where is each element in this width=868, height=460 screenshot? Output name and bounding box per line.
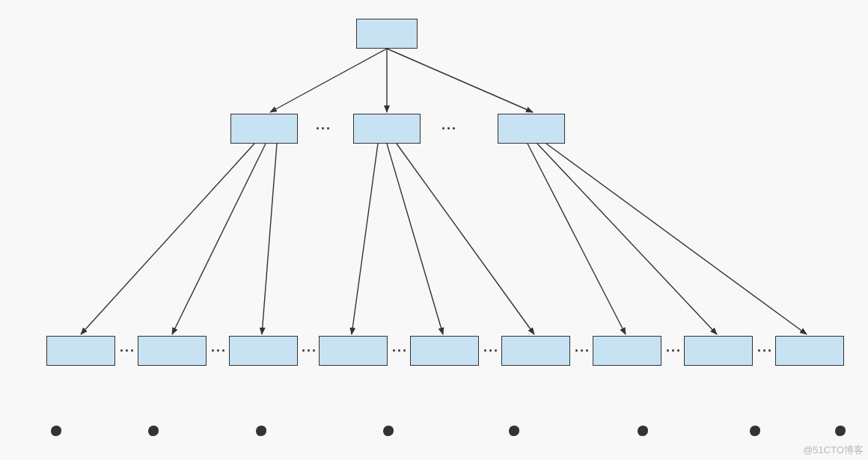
ellipsis-label: ··· [483, 343, 499, 359]
svg-line-8 [397, 144, 534, 334]
continuation-dot [383, 426, 394, 436]
tree-level1-node [230, 114, 298, 144]
tree-leaf-node [410, 336, 479, 366]
continuation-dot [750, 426, 760, 436]
continuation-dot [148, 426, 159, 436]
ellipsis-label: ··· [441, 121, 457, 137]
ellipsis-label: ··· [575, 343, 590, 359]
ellipsis-label: ··· [120, 343, 135, 359]
tree-leaf-node [229, 336, 298, 366]
svg-line-10 [537, 144, 717, 334]
ellipsis-label: ··· [316, 121, 331, 137]
tree-leaf-node [775, 336, 844, 366]
tree-root-node [356, 19, 418, 49]
continuation-dot [509, 426, 519, 436]
tree-leaf-node [501, 336, 570, 366]
svg-line-0 [270, 49, 387, 112]
continuation-dot [835, 426, 846, 436]
tree-leaf-node [138, 336, 207, 366]
svg-line-6 [352, 144, 378, 334]
watermark-text: @51CTO博客 [803, 444, 864, 457]
tree-leaf-node [593, 336, 661, 366]
ellipsis-label: ··· [757, 343, 773, 359]
continuation-dot [256, 426, 266, 436]
tree-level1-node [498, 114, 565, 144]
tree-edges [0, 0, 868, 460]
svg-line-2 [387, 49, 533, 112]
tree-leaf-node [684, 336, 753, 366]
tree-level1-node [353, 114, 421, 144]
svg-line-3 [81, 144, 254, 334]
svg-line-4 [172, 144, 266, 334]
svg-line-11 [546, 144, 807, 334]
ellipsis-label: ··· [392, 343, 408, 359]
continuation-dot [51, 426, 61, 436]
ellipsis-label: ··· [302, 343, 317, 359]
svg-line-7 [387, 144, 443, 334]
tree-leaf-node [319, 336, 388, 366]
continuation-dot [638, 426, 648, 436]
svg-line-5 [262, 144, 277, 334]
ellipsis-label: ··· [211, 343, 227, 359]
ellipsis-label: ··· [666, 343, 682, 359]
tree-leaf-node [46, 336, 115, 366]
svg-line-9 [528, 144, 626, 334]
